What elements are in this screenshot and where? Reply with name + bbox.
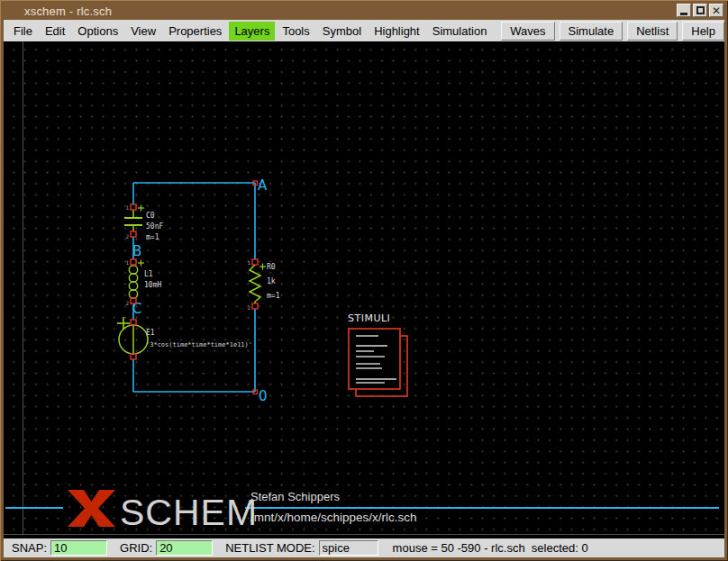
maximize-button[interactable] xyxy=(693,4,707,17)
stimuli-sheet-front xyxy=(349,329,400,389)
schematic-canvas[interactable]: 1 2 C0 50nF m=1 A B C 0 1 xyxy=(4,41,724,538)
close-icon: ✕ xyxy=(712,5,721,16)
menu-symbol[interactable]: Symbol xyxy=(317,22,367,41)
menu-file[interactable]: File xyxy=(8,22,38,41)
inductor-pin-top: 1 xyxy=(125,259,129,266)
stimuli-block[interactable]: STIMULI xyxy=(348,312,407,396)
help-button[interactable]: Help xyxy=(682,22,724,41)
node-label-b[interactable]: B xyxy=(132,243,141,259)
window-title: xschem - rlc.sch xyxy=(3,5,112,18)
menu-highlight[interactable]: Highlight xyxy=(369,22,425,41)
source-value: '3*cos(time*time*time*1e11)' xyxy=(146,341,252,348)
menu-layers[interactable]: Layers xyxy=(229,22,275,41)
capacitor-ref: C0 xyxy=(146,212,155,220)
resistor-symbol[interactable]: 1 2 R0 1k m=1 xyxy=(247,259,279,311)
inductor-ref: L1 xyxy=(144,270,153,278)
xschem-logo-text: SCHEM xyxy=(120,494,258,531)
node-label-gnd[interactable]: 0 xyxy=(259,388,268,404)
maximize-icon xyxy=(696,6,705,14)
simulate-button[interactable]: Simulate xyxy=(560,22,623,41)
xschem-logo-x-icon xyxy=(68,490,115,527)
menu-edit[interactable]: Edit xyxy=(40,22,70,41)
stimuli-label: STIMULI xyxy=(348,312,390,324)
footer-rule-right xyxy=(245,507,719,509)
grid-input[interactable] xyxy=(156,540,213,556)
netlist-button[interactable]: Netlist xyxy=(627,22,678,41)
source-ref: E1 xyxy=(146,329,155,337)
schematic-file-path: /mnt/x/home/schippes/x/rlc.sch xyxy=(250,511,417,524)
resistor-value: 1k xyxy=(267,277,276,285)
grid-label: GRID: xyxy=(120,541,152,555)
resistor-ref: R0 xyxy=(267,263,276,271)
menu-tools[interactable]: Tools xyxy=(277,22,314,41)
resistor-pin-top: 1 xyxy=(247,259,250,266)
footer-rule-left xyxy=(5,507,63,509)
inductor-value: 10mH xyxy=(144,281,161,289)
netlist-mode-input[interactable] xyxy=(319,540,378,556)
statusbar: SNAP: GRID: NETLIST MODE: mouse = 50 -59… xyxy=(4,538,724,557)
resistor-pin-bottom: 2 xyxy=(247,304,250,311)
netlist-mode-label: NETLIST MODE: xyxy=(225,541,314,555)
mouse-status-text: mouse = 50 -590 - rlc.sch selected: 0 xyxy=(393,541,588,555)
resistor-mult: m=1 xyxy=(267,292,280,300)
menu-view[interactable]: View xyxy=(125,22,161,41)
capacitor-pin-top: 1 xyxy=(125,204,129,211)
menu-options[interactable]: Options xyxy=(72,22,123,41)
menubar: File Edit Options View Properties Layers… xyxy=(4,20,724,41)
capacitor-pin-bottom: 2 xyxy=(125,233,129,240)
minimize-icon xyxy=(680,13,687,15)
titlebar[interactable]: xschem - rlc.sch ✕ xyxy=(3,3,725,20)
capacitor-value: 50nF xyxy=(146,222,163,231)
capacitor-mult: m=1 xyxy=(146,233,159,241)
inductor-pin-bottom: 2 xyxy=(125,300,129,306)
minimize-button[interactable] xyxy=(677,4,691,17)
snap-label: SNAP: xyxy=(12,541,47,555)
schematic-drawing: 1 2 C0 50nF m=1 A B C 0 1 xyxy=(4,41,724,538)
waves-button[interactable]: Waves xyxy=(501,22,554,41)
node-label-a[interactable]: A xyxy=(258,177,268,194)
source-symbol[interactable]: E1 '3*cos(time*time*time*1e11)' xyxy=(117,317,252,359)
xschem-window: xschem - rlc.sch ✕ File Edit Options Vie… xyxy=(0,0,728,561)
menu-simulation[interactable]: Simulation xyxy=(427,22,493,41)
menu-properties[interactable]: Properties xyxy=(163,22,227,41)
inductor-symbol[interactable]: 1 2 L1 10mH xyxy=(125,259,161,306)
author-text: Stefan Schippers xyxy=(250,490,340,503)
close-button[interactable]: ✕ xyxy=(709,4,723,17)
snap-input[interactable] xyxy=(50,540,107,556)
capacitor-symbol[interactable]: 1 2 C0 50nF m=1 xyxy=(124,204,163,241)
window-controls: ✕ xyxy=(677,4,723,17)
